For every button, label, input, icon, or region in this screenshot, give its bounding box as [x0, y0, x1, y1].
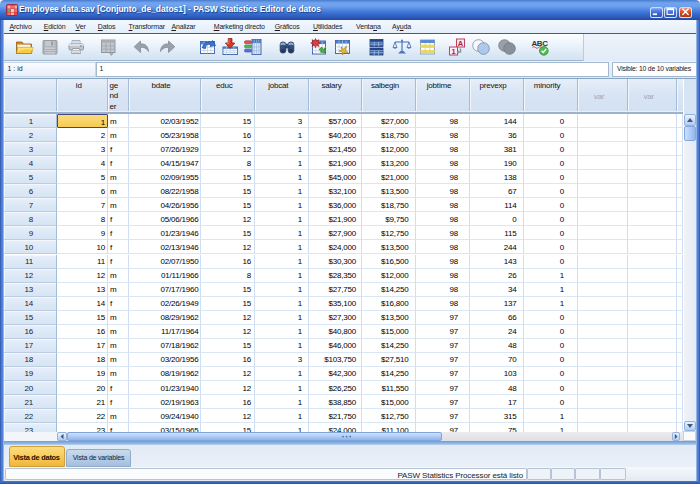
svg-text:1: 1	[451, 47, 455, 56]
svg-text:A: A	[458, 39, 464, 48]
svg-text:ABC: ABC	[531, 39, 548, 48]
